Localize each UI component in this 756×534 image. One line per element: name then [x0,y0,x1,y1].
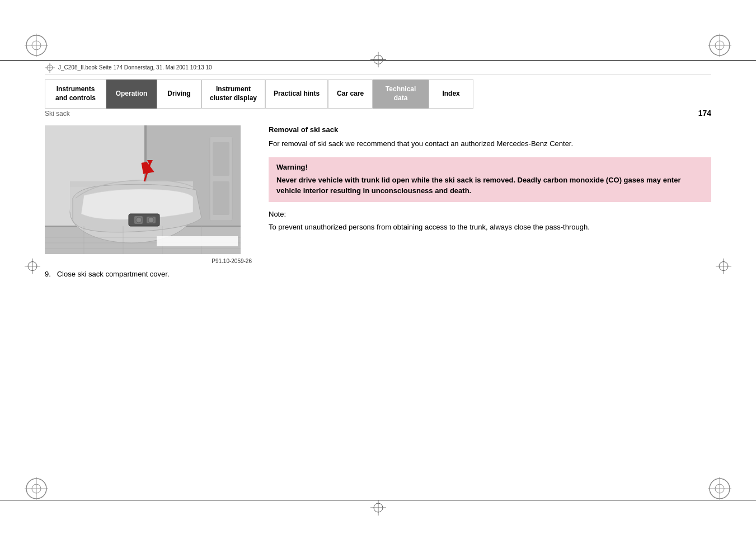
ski-sack-image: P91.10-2059-26 [45,125,252,264]
main-content: Ski sack 174 [45,109,711,489]
warning-text: Never drive vehicle with trunk lid open … [276,175,703,196]
crosshair-mid-right [716,259,731,276]
warning-box: Warning! Never drive vehicle with trunk … [269,157,711,202]
tab-index[interactable]: Index [429,79,473,109]
svg-rect-41 [213,142,229,176]
step-text: Close ski sack compartment cover. [57,270,170,278]
page-number: 174 [698,109,711,118]
tab-car-care[interactable]: Car care [328,79,373,109]
content-columns: P91.10-2059-26 9. Close ski sack compart… [45,125,711,278]
warning-title: Warning! [276,163,703,171]
tab-instruments[interactable]: Instruments and controls [45,79,106,109]
deco-circle-tr [708,34,731,57]
svg-point-31 [136,217,142,223]
tab-driving[interactable]: Driving [157,79,201,109]
section-header: Ski sack 174 [45,109,711,118]
deco-circle-br [708,477,731,500]
tab-instrument-cluster[interactable]: Instrument cluster display [201,79,265,109]
svg-rect-43 [157,236,238,246]
nav-bar: Instruments and controls Operation Drivi… [45,79,711,109]
section-title: Ski sack [45,110,70,118]
removal-title: Removal of ski sack [269,125,711,134]
file-info-crosshair [45,63,55,73]
removal-text: For removal of ski sack we recommend tha… [269,138,711,149]
svg-point-32 [148,217,154,223]
tab-technical-data[interactable]: Technical data [373,79,429,109]
note-label: Note: [269,210,711,218]
crosshair-mid-left [25,259,40,276]
tab-operation[interactable]: Operation [106,79,157,109]
deco-circle-tl [25,34,48,57]
step-instruction: 9. Close ski sack compartment cover. [45,270,252,278]
svg-rect-42 [213,181,229,215]
image-caption: P91.10-2059-26 [45,258,252,264]
file-info-text: J_C208_II.book Seite 174 Donnerstag, 31.… [58,64,212,71]
crosshair-top-center [370,52,386,69]
note-text: To prevent unauthorized persons from obt… [269,222,711,233]
step-number: 9. [45,270,51,278]
crosshair-bottom-center [370,500,386,517]
right-column: Removal of ski sack For removal of ski s… [269,125,711,278]
left-column: P91.10-2059-26 9. Close ski sack compart… [45,125,252,278]
tab-practical-hints[interactable]: Practical hints [265,79,328,109]
